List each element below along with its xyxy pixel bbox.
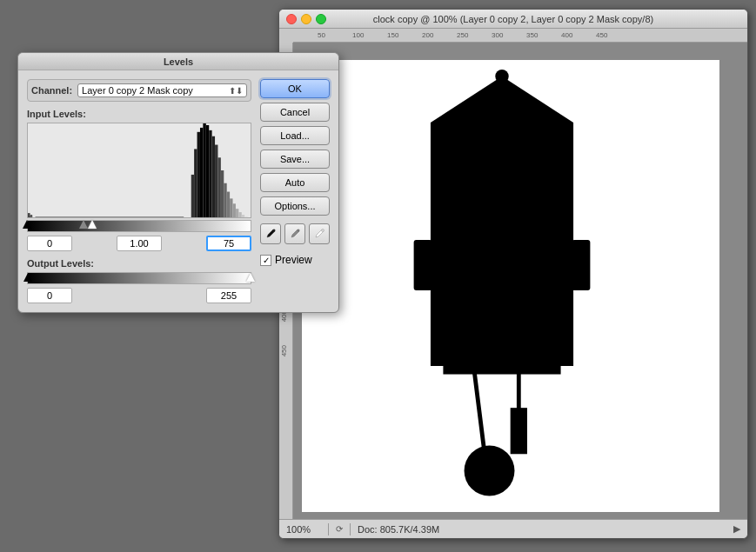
output-slider-track[interactable] — [27, 272, 251, 284]
levels-title: Levels — [164, 57, 193, 67]
status-doc: Doc: 805.7K/4.39M — [358, 524, 726, 535]
svg-rect-5 — [414, 240, 432, 290]
ruler-mark-50: 50 — [318, 31, 325, 39]
output-shadow-thumb[interactable] — [23, 273, 32, 282]
svg-rect-0 — [443, 223, 560, 375]
svg-rect-32 — [242, 215, 244, 217]
svg-rect-4 — [511, 408, 527, 454]
histogram-area — [27, 123, 251, 218]
svg-rect-30 — [236, 209, 238, 217]
input-values-row — [27, 236, 251, 251]
status-arrow-icon[interactable]: ▶ — [733, 523, 740, 535]
status-divider-2 — [350, 523, 351, 535]
histogram-svg — [28, 123, 251, 217]
canvas-area[interactable] — [293, 43, 747, 519]
load-button[interactable]: Load... — [260, 126, 330, 145]
input-levels-label: Input Levels: — [27, 109, 251, 119]
input-shadow-value[interactable] — [27, 236, 72, 251]
svg-rect-21 — [209, 130, 211, 217]
input-midtone-value[interactable] — [117, 236, 162, 251]
output-shadow-value[interactable] — [27, 288, 72, 303]
ruler-mark-350: 350 — [526, 31, 538, 39]
ruler-top: 50 100 150 200 250 300 350 400 450 — [293, 29, 747, 43]
channel-dropdown-icon: ⬆⬇ — [229, 86, 243, 96]
preview-row: ✓ Preview — [260, 254, 330, 266]
svg-rect-27 — [227, 192, 230, 217]
svg-rect-31 — [238, 212, 241, 217]
svg-rect-26 — [224, 183, 226, 217]
output-highlight-thumb[interactable] — [246, 273, 255, 282]
save-button[interactable]: Save... — [260, 150, 330, 169]
photoshop-window: clock copy @ 100% (Layer 0 copy 2, Layer… — [278, 9, 748, 539]
svg-rect-20 — [206, 125, 209, 217]
svg-rect-25 — [221, 170, 224, 217]
svg-rect-24 — [217, 157, 220, 217]
ruler-mark-200: 200 — [422, 31, 433, 39]
input-highlight-thumb[interactable] — [88, 220, 97, 229]
svg-point-36 — [322, 229, 324, 232]
ps-titlebar: clock copy @ 100% (Layer 0 copy 2, Layer… — [279, 10, 747, 29]
svg-point-7 — [495, 70, 508, 83]
svg-rect-22 — [212, 136, 215, 217]
svg-rect-18 — [200, 128, 203, 217]
levels-titlebar: Levels — [18, 53, 338, 70]
ruler-corner — [279, 29, 293, 43]
options-button[interactable]: Options... — [260, 196, 330, 216]
svg-point-3 — [465, 446, 515, 496]
ruler-mark-400: 400 — [561, 31, 572, 39]
input-midtone-thumb[interactable] — [79, 220, 88, 229]
input-shadow-thumb[interactable] — [23, 220, 31, 229]
window-title: clock copy @ 100% (Layer 0 copy 2, Layer… — [373, 14, 653, 24]
input-highlight-value[interactable] — [206, 236, 251, 251]
status-refresh-icon[interactable]: ⟳ — [336, 524, 343, 534]
gray-eyedropper-button[interactable] — [284, 223, 305, 244]
ps-statusbar: 100% ⟳ Doc: 805.7K/4.39M ▶ — [279, 519, 747, 538]
ruler-mark-450: 450 — [596, 31, 607, 39]
window-controls[interactable] — [286, 14, 326, 24]
ruler-mark-v-450: 450 — [280, 345, 288, 356]
svg-rect-23 — [215, 145, 217, 217]
svg-rect-17 — [197, 132, 200, 217]
ruler-mark-100: 100 — [352, 31, 364, 39]
output-highlight-value[interactable] — [206, 288, 251, 303]
svg-rect-28 — [230, 198, 232, 217]
ok-button[interactable]: OK — [260, 79, 330, 98]
preview-checkbox[interactable]: ✓ — [260, 255, 271, 266]
canvas-container: 50 100 150 200 250 300 350 400 450 50 10… — [279, 29, 747, 519]
white-eyedropper-icon — [313, 228, 325, 240]
close-button[interactable] — [286, 14, 297, 24]
channel-value: Layer 0 copy 2 Mask copy — [82, 85, 193, 96]
output-section: Output Levels: — [27, 258, 251, 303]
svg-rect-6 — [572, 240, 590, 290]
svg-rect-15 — [191, 175, 194, 217]
svg-rect-13 — [30, 215, 33, 217]
svg-rect-12 — [28, 213, 30, 217]
svg-rect-29 — [233, 203, 236, 217]
levels-dialog: Levels Channel: Layer 0 copy 2 Mask copy… — [17, 52, 339, 313]
levels-buttons: OK Cancel Load... Save... Auto Options..… — [260, 79, 330, 303]
svg-rect-33 — [244, 216, 247, 217]
white-eyedropper-button[interactable] — [309, 223, 330, 244]
gray-eyedropper-icon — [289, 228, 301, 240]
svg-rect-19 — [203, 123, 205, 217]
levels-main: Channel: Layer 0 copy 2 Mask copy ⬆⬇ Inp… — [27, 79, 251, 303]
status-zoom: 100% — [286, 524, 321, 535]
levels-body: Channel: Layer 0 copy 2 Mask copy ⬆⬇ Inp… — [18, 70, 338, 312]
output-levels-label: Output Levels: — [27, 258, 251, 269]
status-divider-1 — [328, 523, 329, 535]
auto-button[interactable]: Auto — [260, 173, 330, 192]
black-eyedropper-icon — [264, 228, 277, 240]
minimize-button[interactable] — [301, 14, 311, 24]
svg-point-35 — [298, 229, 300, 232]
clock-image — [380, 64, 624, 516]
output-values-row — [27, 288, 251, 303]
ruler-mark-250: 250 — [457, 31, 468, 39]
channel-select[interactable]: Layer 0 copy 2 Mask copy ⬆⬇ — [77, 83, 247, 97]
maximize-button[interactable] — [316, 14, 326, 24]
cancel-button[interactable]: Cancel — [260, 103, 330, 122]
ruler-mark-150: 150 — [387, 31, 398, 39]
input-slider-track[interactable] — [27, 220, 251, 232]
black-eyedropper-button[interactable] — [260, 223, 281, 244]
channel-row: Channel: Layer 0 copy 2 Mask copy ⬆⬇ — [27, 79, 251, 102]
channel-label: Channel: — [31, 85, 72, 96]
